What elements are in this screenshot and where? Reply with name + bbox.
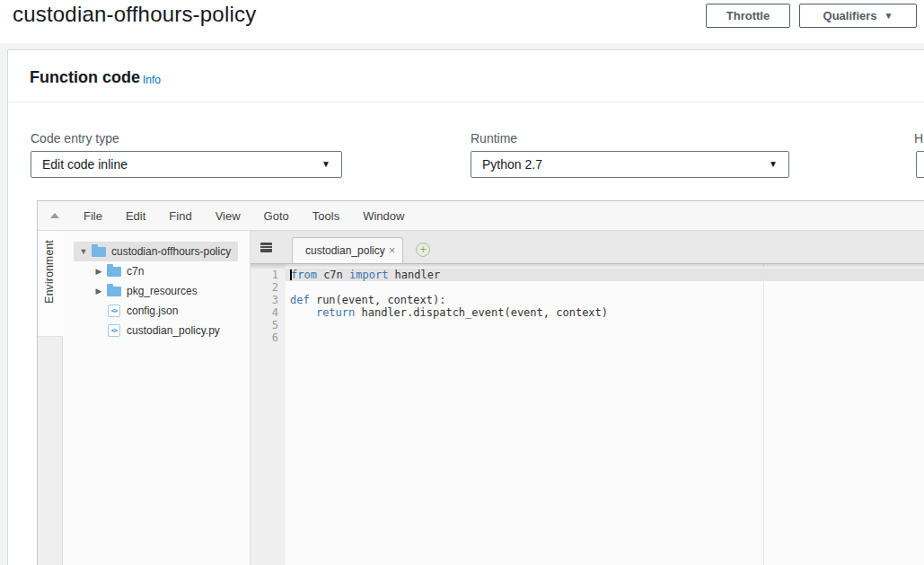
- runtime-label: Runtime: [471, 131, 517, 146]
- tree-item-label: c7n: [127, 265, 144, 278]
- file-code-icon: <>: [108, 305, 120, 317]
- line-number: 6: [251, 331, 286, 344]
- tree-item-label: pkg_resources: [127, 285, 198, 297]
- new-tab-button[interactable]: +: [416, 243, 430, 257]
- tab-list-button[interactable]: [251, 231, 281, 263]
- environment-tab[interactable]: Environment: [38, 231, 63, 337]
- code-text: c7n: [317, 269, 349, 281]
- tab-bar: custodian_policy × +: [251, 231, 924, 264]
- folder-icon: [107, 287, 121, 296]
- collapse-editor-button[interactable]: [38, 201, 72, 230]
- code-region[interactable]: 123456 from c7n import handlerdef run(ev…: [251, 264, 924, 565]
- function-code-card: Function code Info Code entry type Edit …: [7, 49, 924, 565]
- tab-label: custodian_policy: [305, 244, 385, 257]
- code-line-1[interactable]: from c7n import handler: [286, 269, 924, 281]
- menu-item-file[interactable]: File: [72, 201, 114, 231]
- tab-list-icon: [260, 243, 272, 252]
- tree-row-custodian-offhours-policy[interactable]: ▼custodian-offhours-policy: [74, 242, 238, 261]
- line-number: 2: [251, 281, 286, 294]
- menu-items: FileEditFindViewGotoToolsWindow: [72, 201, 416, 230]
- environment-strip: Environment: [38, 231, 63, 565]
- menu-item-view[interactable]: View: [204, 201, 252, 231]
- section-title: Function code: [30, 68, 140, 87]
- line-number: 3: [251, 294, 286, 306]
- editor-menu-bar: FileEditFindViewGotoToolsWindow: [38, 201, 924, 231]
- throttle-button-label: Throttle: [726, 9, 770, 22]
- code-keyword: import: [349, 269, 388, 281]
- code-keyword: from: [291, 269, 317, 281]
- code-line-3[interactable]: def run(event, context):: [286, 294, 924, 306]
- caret-right-icon[interactable]: ▶: [92, 287, 105, 296]
- tree-item-label: custodian-offhours-policy: [111, 245, 231, 258]
- top-bar: custodian-offhours-policy Throttle Quali…: [0, 0, 924, 43]
- code-text: handler: [388, 269, 440, 281]
- folder-icon: [92, 247, 106, 257]
- collapse-arrow-icon: [50, 213, 59, 218]
- file-tree: ▼custodian-offhours-policy▶c7n▶pkg_resou…: [63, 231, 251, 565]
- caret-right-icon[interactable]: ▶: [92, 267, 105, 276]
- code-editor: FileEditFindViewGotoToolsWindow Environm…: [37, 200, 924, 565]
- code-line-2[interactable]: [286, 281, 924, 294]
- card-header: Function code Info: [8, 50, 924, 102]
- menu-item-window[interactable]: Window: [351, 201, 416, 231]
- menu-item-edit[interactable]: Edit: [114, 201, 157, 231]
- caret-down-icon[interactable]: ▼: [77, 247, 90, 256]
- editor-body: Environment ▼custodian-offhours-policy▶c…: [38, 231, 924, 565]
- code-text: run(event, context):: [310, 294, 446, 306]
- menu-item-tools[interactable]: Tools: [301, 201, 351, 231]
- qualifiers-button[interactable]: Qualifiers ▼: [799, 4, 917, 28]
- folder-icon: [107, 267, 121, 277]
- code-entry-type-select[interactable]: Edit code inline ▼: [31, 151, 342, 178]
- code-text: handler.dispatch_event(event, context): [355, 306, 608, 319]
- code-line-5[interactable]: [286, 319, 924, 331]
- qualifiers-button-label: Qualifiers: [823, 9, 877, 22]
- handler-input-partial[interactable]: [916, 151, 924, 178]
- tab-custodian-policy[interactable]: custodian_policy ×: [292, 237, 403, 263]
- menu-item-goto[interactable]: Goto: [252, 201, 301, 231]
- code-line-6[interactable]: [286, 331, 924, 344]
- tree-item-label: custodian_policy.py: [127, 324, 220, 337]
- code-entry-type-value: Edit code inline: [42, 157, 128, 172]
- line-number-gutter: 123456: [251, 264, 286, 565]
- code-text: [290, 306, 316, 319]
- tree-row-pkg-resources[interactable]: ▶pkg_resources: [89, 281, 205, 301]
- handler-label-partial: H: [914, 131, 923, 146]
- tree-row-config-json[interactable]: <>config.json: [89, 301, 185, 321]
- menu-item-find[interactable]: Find: [157, 201, 203, 231]
- line-number: 1: [251, 269, 286, 281]
- code-keyword: def: [290, 294, 310, 306]
- throttle-button[interactable]: Throttle: [706, 4, 790, 28]
- runtime-select[interactable]: Python 2.7 ▼: [471, 151, 789, 178]
- code-line-4[interactable]: return handler.dispatch_event(event, con…: [286, 306, 924, 319]
- page-title: custodian-offhours-policy: [13, 2, 256, 27]
- tree-item-label: config.json: [127, 305, 178, 317]
- environment-label: Environment: [43, 240, 56, 304]
- file-code-icon: <>: [108, 324, 120, 337]
- caret-down-icon: ▼: [884, 12, 893, 21]
- plus-icon: +: [420, 244, 427, 255]
- tree-row-custodian-policy-py[interactable]: <>custodian_policy.py: [89, 321, 227, 340]
- info-link[interactable]: Info: [143, 74, 161, 86]
- caret-down-icon: ▼: [321, 160, 330, 169]
- tab-close-icon[interactable]: ×: [389, 245, 396, 256]
- line-number: 4: [251, 306, 286, 319]
- code-keyword: return: [316, 306, 355, 319]
- runtime-value: Python 2.7: [482, 157, 542, 172]
- line-number: 5: [251, 319, 286, 331]
- tree-row-c7n[interactable]: ▶c7n: [89, 261, 151, 281]
- code-entry-type-label: Code entry type: [31, 131, 119, 146]
- code-lines: from c7n import handlerdef run(event, co…: [286, 269, 924, 344]
- caret-down-icon: ▼: [769, 160, 778, 169]
- editor-pane: custodian_policy × + 123456 from c7n imp…: [251, 231, 924, 565]
